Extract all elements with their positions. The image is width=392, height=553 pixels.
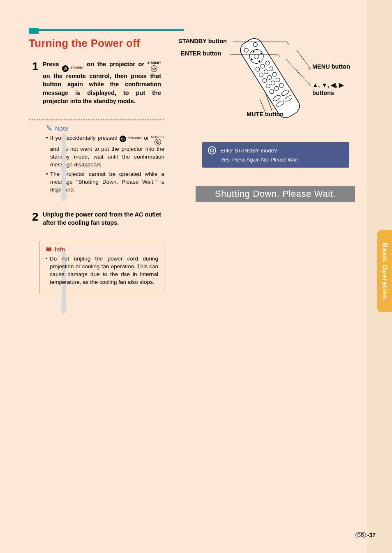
region-badge: GB [355,532,366,538]
step-number: 2 [32,211,43,223]
note-block: Note If you accidentally pressed STANDBY… [29,124,164,194]
label-mute-button: MUTE button [247,111,284,118]
info-box: Info Do not unplug the power cord during… [39,241,164,294]
info-icon [46,247,52,252]
note-icon [46,124,53,132]
section-title: Turning the Power off [29,37,140,50]
step-1: 1 Press STANDBY on the projector or STAN… [29,58,164,108]
standby-remote-icon-stack: STANDBY [151,136,164,145]
standby-remote-icon-stack: STANDBY [148,61,161,72]
label-enter-button: ENTER button [181,50,221,57]
page-number: GB -37 [355,532,376,538]
flow-arrow-1 [60,134,67,203]
info-item-1: Do not unplug the power cord during proj… [46,255,158,286]
svg-line-39 [260,99,265,111]
power-icon [208,146,216,154]
label-arrow-buttons: ▲, ▼, ◀, ▶ buttons [312,81,344,97]
standby-dialog: Enter STANDBY mode? Yes: Press Again No:… [202,142,349,168]
svg-line-35 [277,54,280,58]
dialog-line1: Enter STANDBY mode? [220,147,277,154]
dialog-line2: Yes: Press Again No: Please Wait [208,157,344,163]
dotted-divider [29,119,164,120]
standby-remote-icon [151,65,157,72]
svg-marker-1 [60,195,67,203]
standby-projector-icon [62,65,69,72]
remote-diagram: STANDBY button ENTER button MENU button … [178,33,358,127]
shutting-message: Shutting Down. Please Wait. [196,186,355,202]
step-2: 2 Unplug the power cord from the AC outl… [29,208,164,230]
svg-marker-3 [60,308,67,316]
svg-line-33 [287,42,289,45]
standby-projector-icon [120,136,126,142]
standby-remote-icon [154,139,161,145]
label-standby-button: STANDBY button [178,38,227,44]
svg-line-38 [286,59,311,85]
svg-rect-0 [62,134,66,195]
step-1-text: Press STANDBY on the projector or STANDB… [43,60,161,105]
step-2-text: Unplug the power cord from the AC outlet… [43,210,161,227]
step-number: 1 [32,61,43,72]
section-accent [29,28,39,34]
section-tab: Basic Operation [377,230,392,312]
note-header: Note [46,124,164,132]
remote-illustration [238,35,303,121]
section-rule [29,29,184,31]
svg-line-36 [297,50,311,69]
label-menu-button: MENU button [312,63,350,70]
